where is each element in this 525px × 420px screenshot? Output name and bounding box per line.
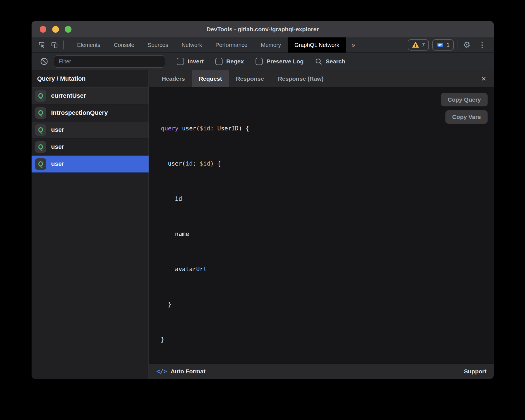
tab-request[interactable]: Request [192, 70, 229, 87]
more-tabs-button[interactable]: » [346, 37, 361, 52]
query-list-item-selected[interactable]: Q user [32, 156, 149, 173]
sidebar-header: Query / Mutation [32, 70, 149, 87]
tab-performance[interactable]: Performance [209, 37, 254, 52]
toolbar-divider [63, 40, 64, 49]
query-type-badge: Q [35, 124, 46, 136]
query-type-badge: Q [35, 90, 46, 102]
device-toolbar-icon[interactable] [51, 41, 59, 49]
search-control[interactable]: Search [315, 58, 345, 65]
warning-icon [412, 41, 419, 49]
query-type-badge: Q [35, 158, 46, 170]
tab-console[interactable]: Console [107, 37, 141, 52]
close-panel-icon[interactable]: ✕ [474, 70, 494, 87]
invert-checkbox-box[interactable] [177, 58, 184, 65]
tab-headers[interactable]: Headers [155, 70, 192, 87]
request-view: Copy Query Copy Vars query user($id: Use… [149, 87, 494, 364]
code-line: query user($id: UserID) { [161, 123, 494, 134]
devtools-toolbar: Elements Console Sources Network Perform… [32, 37, 494, 53]
devtools-window: DevTools - gitlab.com/-/graphql-explorer… [32, 21, 494, 379]
auto-format-button[interactable]: </> Auto Format [156, 368, 206, 375]
code-line: } [161, 299, 494, 310]
message-icon [436, 41, 444, 49]
inspect-element-icon[interactable] [38, 41, 46, 49]
warning-count: 7 [422, 42, 425, 48]
query-item-label: user [51, 126, 64, 133]
query-item-label: user [51, 143, 64, 151]
regex-checkbox[interactable]: Regex [215, 58, 244, 65]
toolbar-right-divider [457, 40, 457, 49]
invert-checkbox[interactable]: Invert [177, 58, 204, 65]
filter-bar: Invert Regex Preserve Log Search [32, 53, 494, 70]
query-type-badge: Q [35, 107, 46, 119]
copy-query-button[interactable]: Copy Query [441, 93, 488, 106]
support-link[interactable]: Support [464, 368, 486, 375]
query-type-badge: Q [35, 141, 46, 153]
toolbar-right-cluster: 7 1 ⚙ ⋮ [408, 37, 494, 52]
filter-input[interactable] [54, 55, 165, 68]
title-bar: DevTools - gitlab.com/-/graphql-explorer [32, 21, 494, 37]
query-item-label: currentUser [51, 92, 86, 99]
detail-panel: Headers Request Response Response (Raw) … [149, 70, 494, 379]
code-line: id [161, 193, 494, 205]
kebab-menu-icon[interactable]: ⋮ [476, 40, 488, 49]
code-line: } [161, 334, 494, 345]
detail-tabstrip: Headers Request Response Response (Raw) … [149, 70, 494, 87]
messages-badge[interactable]: 1 [432, 39, 454, 51]
preserve-log-checkbox-box[interactable] [256, 58, 263, 65]
panel-footer: </> Auto Format Support [149, 364, 494, 379]
main-content: Query / Mutation Q currentUser Q Introsp… [32, 70, 494, 379]
settings-gear-icon[interactable]: ⚙ [461, 41, 473, 49]
query-list-item[interactable]: Q user [32, 139, 149, 156]
query-list-item[interactable]: Q currentUser [32, 87, 149, 104]
query-list-item[interactable]: Q IntrospectionQuery [32, 104, 149, 121]
tab-response-raw[interactable]: Response (Raw) [271, 70, 330, 87]
tab-network[interactable]: Network [175, 37, 209, 52]
toolbar-left-icons [32, 37, 68, 52]
tab-response[interactable]: Response [229, 70, 271, 87]
auto-format-label: Auto Format [171, 368, 206, 375]
copy-vars-button[interactable]: Copy Vars [445, 110, 488, 124]
regex-checkbox-label: Regex [226, 58, 244, 65]
query-list-item[interactable]: Q user [32, 121, 149, 139]
preserve-log-checkbox[interactable]: Preserve Log [256, 58, 304, 65]
regex-checkbox-box[interactable] [215, 58, 223, 65]
search-icon [315, 58, 323, 65]
query-sidebar: Query / Mutation Q currentUser Q Introsp… [32, 70, 149, 379]
warnings-badge[interactable]: 7 [408, 39, 429, 51]
query-item-label: user [51, 160, 64, 168]
message-count: 1 [446, 42, 450, 48]
tab-sources[interactable]: Sources [141, 37, 175, 52]
code-line: user(id: $id) { [161, 158, 494, 170]
toolbar-tabs: Elements Console Sources Network Perform… [70, 37, 361, 52]
window-title: DevTools - gitlab.com/-/graphql-explorer [32, 26, 494, 33]
code-line: name [161, 228, 494, 240]
code-brackets-icon: </> [156, 368, 167, 375]
preserve-log-checkbox-label: Preserve Log [266, 58, 304, 65]
tab-memory[interactable]: Memory [254, 37, 288, 52]
tab-elements[interactable]: Elements [70, 37, 107, 52]
tab-graphql-network[interactable]: GraphQL Network [288, 37, 346, 52]
block-requests-icon[interactable] [40, 57, 48, 66]
code-line: avatarUrl [161, 263, 494, 275]
query-item-label: IntrospectionQuery [51, 109, 108, 116]
search-label: Search [326, 58, 345, 65]
copy-buttons: Copy Query Copy Vars [441, 93, 488, 124]
graphql-query-code: query user($id: UserID) { user(id: $id) … [149, 87, 494, 364]
invert-checkbox-label: Invert [188, 58, 204, 65]
